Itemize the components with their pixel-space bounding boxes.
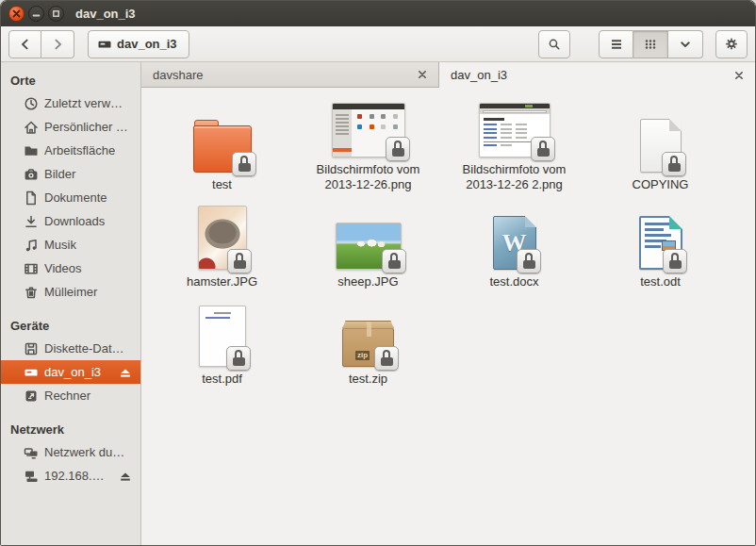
sidebar-item-label: Videos — [44, 261, 133, 275]
main-area: OrteZuletzt verw…Persönlicher …Arbeitsfl… — [1, 62, 755, 545]
back-button[interactable] — [8, 30, 41, 58]
sidebar-item-netzwerk-du[interactable]: Netzwerk du… — [1, 440, 140, 464]
tab-close-button[interactable] — [417, 70, 427, 80]
sidebar-item-zuletzt-verw[interactable]: Zuletzt verw… — [1, 91, 140, 115]
file-name: test.pdf — [202, 372, 242, 387]
sidebar-item-bilder[interactable]: Bilder — [1, 162, 140, 186]
file-name: test — [212, 177, 232, 192]
lock-emblem — [517, 249, 541, 273]
file-name: sheep.JPG — [337, 274, 398, 290]
file-item-bildschirmfoto-vom-2013-12-26-png[interactable]: Bildschirmfoto vom 2013-12-26.png — [295, 97, 441, 192]
location-path-button[interactable]: dav_on_i3 — [88, 30, 189, 58]
lock-emblem — [386, 137, 410, 161]
sidebar-item-label: Rechner — [44, 389, 133, 403]
sidebar-item-arbeitsfl-che[interactable]: Arbeitsfläche — [1, 139, 140, 162]
lock-emblem — [226, 346, 251, 371]
file-grid: testBildschirmfoto vom 2013-12-26.pngBil… — [141, 88, 755, 545]
file-icon-box — [336, 209, 402, 270]
eject-icon[interactable] — [118, 365, 133, 380]
grid-view-button[interactable] — [633, 30, 668, 58]
file-name: Bildschirmfoto vom 2013-12-26.png — [310, 162, 427, 192]
sidebar-item-label: Mülleimer — [44, 285, 133, 299]
sidebar-item-label: Downloads — [44, 214, 133, 228]
file-item-test[interactable]: test — [149, 112, 295, 192]
file-icon-wrap — [639, 216, 682, 270]
drive-icon — [24, 365, 39, 380]
sidebar-item-label: Persönlicher … — [44, 120, 133, 134]
close-icon — [418, 70, 427, 79]
file-name: COPYING — [633, 177, 689, 192]
file-item-test-docx[interactable]: Wtest.docx — [441, 209, 587, 290]
sidebar-item-videos[interactable]: Videos — [1, 256, 140, 280]
file-item-hamster-jpg[interactable]: hamster.JPG — [149, 209, 295, 290]
file-icon-box — [198, 209, 247, 270]
file-icon-box — [193, 112, 252, 173]
sidebar-item-dav-on-i3[interactable]: dav_on_i3 — [1, 360, 140, 384]
sidebar-item-rechner[interactable]: Rechner — [1, 384, 140, 407]
maximize-button[interactable] — [48, 6, 64, 22]
trash-icon — [24, 285, 39, 300]
list-view-icon — [609, 37, 624, 52]
sidebar-item-m-lleimer[interactable]: Mülleimer — [1, 280, 140, 304]
list-view-button[interactable] — [599, 30, 633, 58]
view-options-button[interactable] — [668, 30, 703, 58]
clock-icon — [24, 96, 39, 111]
file-icon-wrap — [336, 223, 402, 270]
places-sidebar: OrteZuletzt verw…Persönlicher …Arbeitsfl… — [1, 62, 141, 545]
view-toggle-group — [599, 30, 703, 58]
minimize-button[interactable] — [28, 6, 44, 22]
titlebar: dav_on_i3 — [1, 1, 755, 26]
file-name: test.docx — [489, 274, 538, 290]
sidebar-item-diskette-dat[interactable]: Diskette-Dat… — [1, 337, 140, 360]
file-icon-wrap — [479, 103, 551, 157]
sidebar-item-192-168[interactable]: 192.168.… — [1, 464, 140, 488]
file-icon-wrap — [199, 306, 246, 367]
search-button[interactable] — [538, 30, 570, 58]
computer-icon — [24, 389, 39, 404]
sidebar-item-label: Netzwerk du… — [44, 445, 133, 459]
lock-emblem — [663, 249, 687, 273]
file-icon-box: W — [493, 209, 536, 270]
sidebar-item-label: Musik — [44, 238, 133, 252]
grid-view-icon — [643, 37, 658, 52]
forward-button[interactable] — [41, 30, 74, 58]
lock-emblem — [662, 152, 686, 176]
sidebar-item-label: dav_on_i3 — [44, 365, 112, 379]
file-name: test.odt — [640, 274, 681, 290]
file-item-sheep-jpg[interactable]: sheep.JPG — [295, 209, 441, 290]
settings-button[interactable] — [715, 30, 748, 58]
file-item-test-odt[interactable]: test.odt — [587, 209, 733, 290]
file-item-bildschirmfoto-vom-2013-12-26-2-png[interactable]: Bildschirmfoto vom 2013-12-26 2.png — [441, 97, 587, 192]
file-manager-window: dav_on_i3 dav_on_i3 — [0, 0, 756, 546]
sidebar-item-dokumente[interactable]: Dokumente — [1, 186, 140, 209]
sidebar-item-label: Dokumente — [44, 190, 133, 205]
close-button[interactable] — [8, 6, 25, 22]
back-icon — [18, 37, 33, 52]
sidebar-section-netzwerk: NetzwerkNetzwerk du…192.168.… — [1, 419, 140, 488]
chevron-down-icon — [678, 37, 693, 52]
home-icon — [24, 120, 39, 135]
tab-dav-on-i3[interactable]: dav_on_i3 — [439, 62, 755, 88]
file-item-test-pdf[interactable]: test.pdf — [149, 306, 295, 387]
sidebar-item-label: Diskette-Dat… — [44, 341, 133, 356]
file-icon-wrap — [640, 119, 682, 173]
file-item-copying[interactable]: COPYING — [587, 112, 733, 192]
file-name: Bildschirmfoto vom 2013-12-26 2.png — [456, 162, 573, 192]
nav-button-group — [8, 30, 74, 58]
sidebar-item-downloads[interactable]: Downloads — [1, 209, 140, 233]
gear-icon — [725, 36, 738, 52]
sidebar-item-musik[interactable]: Musik — [1, 233, 140, 256]
toolbar: dav_on_i3 — [1, 26, 755, 62]
sidebar-section-ger-te: GeräteDiskette-Dat…dav_on_i3Rechner — [1, 315, 140, 407]
sidebar-item-pers-nlicher[interactable]: Persönlicher … — [1, 115, 140, 139]
sidebar-section-header: Netzwerk — [1, 419, 140, 440]
file-icon-box — [479, 97, 551, 157]
lock-emblem — [531, 137, 555, 161]
tab-close-button[interactable] — [733, 70, 744, 80]
lock-emblem — [232, 152, 256, 176]
location-path-label: dav_on_i3 — [117, 37, 177, 51]
file-item-test-zip[interactable]: ziptest.zip — [295, 306, 441, 387]
tab-davshare[interactable]: davshare — [141, 62, 439, 88]
eject-icon[interactable] — [118, 469, 133, 484]
lock-emblem — [227, 249, 252, 273]
